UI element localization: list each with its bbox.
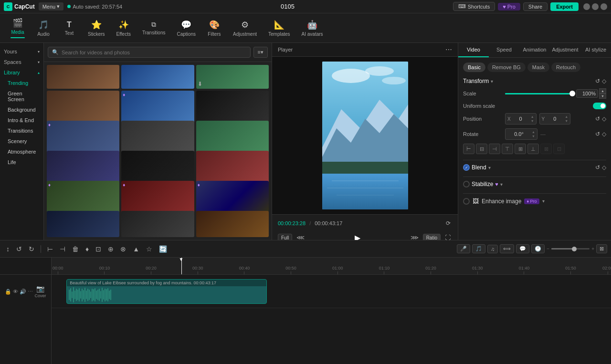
video-clip[interactable]: Beautiful view of Lake Eibsee surrounded…: [66, 279, 267, 304]
sidebar-spaces[interactable]: Spaces ▾: [0, 57, 43, 67]
full-view-button[interactable]: Full: [278, 234, 292, 240]
mic-button[interactable]: 🎤: [457, 244, 470, 253]
enhance-checkbox[interactable]: [463, 198, 470, 205]
shortcuts-button[interactable]: ⌨ Shortcuts: [453, 2, 495, 11]
rotate-reset-button[interactable]: ↺: [595, 131, 600, 137]
sub-tab-retouch[interactable]: Retouch: [551, 62, 580, 72]
toolbar-templates[interactable]: 📐 Templates: [263, 17, 295, 40]
y-up-button[interactable]: ▲: [565, 114, 568, 119]
rotate-down-button[interactable]: ▼: [532, 134, 535, 138]
tab-ai-stylize[interactable]: AI stylize: [580, 43, 611, 57]
enhance-chevron-button[interactable]: ▾: [542, 198, 545, 204]
tab-adjustment[interactable]: Adjustment: [550, 43, 580, 57]
ratio-button[interactable]: Ratio: [423, 234, 441, 240]
delete-button[interactable]: 🗑: [70, 244, 81, 254]
scale-thumb[interactable]: [569, 91, 575, 96]
sidebar-item-trending[interactable]: Trending: [0, 78, 43, 88]
sidebar-item-atmosphere[interactable]: Atmosphere: [0, 147, 43, 156]
sub-tab-mask[interactable]: Mask: [527, 62, 549, 72]
transform-reset-button[interactable]: ↺: [595, 78, 600, 84]
split-button[interactable]: ⊢: [45, 244, 55, 254]
export-button[interactable]: Export: [550, 2, 579, 11]
x-up-button[interactable]: ▲: [531, 114, 534, 119]
fullscreen-button[interactable]: ⛶: [443, 233, 452, 240]
sidebar-library[interactable]: Library ▴: [0, 68, 43, 77]
scale-slider[interactable]: [505, 93, 572, 94]
cover-button[interactable]: 📷 Cover: [34, 285, 46, 298]
position-y-field[interactable]: Y ▲ ▼: [539, 113, 571, 125]
tab-video[interactable]: Video: [458, 43, 489, 57]
blend-checkbox[interactable]: ✓: [463, 164, 470, 171]
search-input[interactable]: [62, 50, 246, 55]
uniform-scale-toggle[interactable]: [593, 103, 606, 109]
prev-frame-button[interactable]: ⋘: [295, 233, 306, 240]
sidebar-item-scenery[interactable]: Scenery: [0, 136, 43, 146]
scale-up-button[interactable]: ▲: [599, 88, 606, 94]
audio-sync-button[interactable]: ⟺: [500, 244, 514, 253]
sidebar-item-life[interactable]: Life: [0, 157, 43, 167]
rotate-up-button[interactable]: ▲: [532, 130, 535, 134]
zoom-slider[interactable]: [551, 248, 590, 250]
menu-button[interactable]: Menu ▾: [39, 2, 64, 10]
rotate-input[interactable]: [507, 131, 530, 137]
scale-down-button[interactable]: ▼: [599, 94, 606, 99]
close-button[interactable]: [600, 3, 607, 10]
x-down-button[interactable]: ▼: [531, 119, 534, 123]
rotate-keyframe-button[interactable]: ◇: [602, 131, 606, 137]
tab-animation[interactable]: Animation: [519, 43, 550, 57]
pro-button[interactable]: ♥ Pro: [498, 3, 520, 10]
toolbar-captions[interactable]: 💬 Captions: [172, 17, 200, 40]
align-center-v-button[interactable]: ⊞: [515, 144, 526, 154]
toolbar-stickers[interactable]: ⭐ Stickers: [83, 17, 110, 40]
eye-icon[interactable]: 👁: [13, 289, 18, 294]
media-thumb-row0-1[interactable]: [47, 65, 119, 89]
scale-track[interactable]: [505, 93, 572, 94]
sidebar-yours[interactable]: Yours ▾: [0, 47, 43, 56]
split2-button[interactable]: ⊣: [57, 244, 68, 254]
speed-tl-button[interactable]: ▲: [130, 244, 142, 254]
reverse-button[interactable]: ⊗: [118, 244, 128, 254]
media-thumb-row0-2[interactable]: [121, 65, 194, 89]
list-item[interactable]: [47, 211, 119, 237]
toolbar-effects[interactable]: ✨ Effects: [112, 17, 136, 40]
sidebar-item-transitions[interactable]: Transitions: [0, 126, 43, 135]
stabilize-checkbox[interactable]: [463, 181, 470, 187]
toolbar-filters[interactable]: 🎨 Filters: [202, 17, 226, 40]
play-button[interactable]: ▶: [351, 231, 364, 240]
toolbar-audio[interactable]: 🎵 Audio: [32, 17, 55, 40]
maximize-button[interactable]: [592, 3, 599, 10]
fit-timeline-button[interactable]: ⊠: [596, 244, 607, 253]
loop-tl-button[interactable]: ⊕: [105, 244, 116, 254]
align-left-button[interactable]: ⊢: [463, 144, 474, 154]
position-x-field[interactable]: X ▲ ▼: [505, 113, 537, 125]
undo-button[interactable]: ↺: [14, 244, 24, 254]
position-keyframe-button[interactable]: ◇: [602, 115, 606, 122]
audio-tl-button[interactable]: ☆: [144, 244, 155, 254]
subtitle-button[interactable]: 💬: [516, 244, 529, 253]
search-box[interactable]: 🔍: [48, 47, 251, 58]
list-item[interactable]: [196, 211, 269, 237]
audio-extract-button[interactable]: ♫: [487, 245, 498, 253]
sub-tab-basic[interactable]: Basic: [463, 62, 485, 72]
toolbar-transitions[interactable]: ⧉ Transitions: [137, 18, 170, 38]
sidebar-item-background[interactable]: Background: [0, 105, 43, 114]
blend-reset-button[interactable]: ↺: [595, 164, 600, 171]
toolbar-text[interactable]: T Text: [57, 18, 81, 39]
player-menu-button[interactable]: ⋯: [445, 46, 452, 53]
rotate-field[interactable]: ▲ ▼: [505, 128, 537, 140]
align-center-h-button[interactable]: ⊟: [476, 144, 487, 154]
tab-speed[interactable]: Speed: [489, 43, 519, 57]
sidebar-item-green-screen[interactable]: Green Screen: [0, 89, 43, 104]
share-button[interactable]: Share: [523, 2, 548, 11]
lock-icon[interactable]: 🔒: [5, 289, 11, 295]
crop-button[interactable]: ⊡: [93, 244, 104, 254]
sub-tab-remove-bg[interactable]: Remove BG: [487, 62, 526, 72]
filter-button[interactable]: ≡▾: [253, 47, 268, 58]
transform-keyframe-button[interactable]: ◇: [602, 78, 606, 84]
align-right-button[interactable]: ⊣: [489, 144, 500, 154]
loop-button[interactable]: ⟳: [444, 218, 452, 228]
more-icon[interactable]: ⋯: [28, 289, 33, 295]
redo-button[interactable]: ↻: [26, 244, 37, 254]
media-thumb-row0-3[interactable]: ⬇: [196, 65, 269, 89]
scale-input[interactable]: [576, 89, 598, 98]
